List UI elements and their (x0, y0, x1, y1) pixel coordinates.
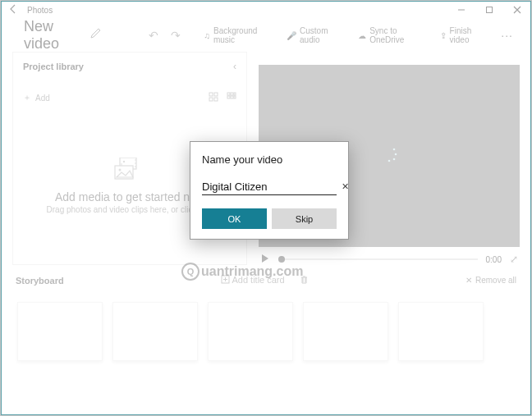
svg-rect-3 (214, 93, 218, 96)
storyboard-slot[interactable] (303, 302, 388, 361)
back-button[interactable] (6, 4, 21, 16)
storyboard-slot[interactable] (208, 302, 293, 361)
storyboard-slot[interactable] (398, 302, 484, 361)
ok-button[interactable]: OK (202, 208, 267, 229)
name-video-dialog: Name your video ✕ OK Skip (190, 141, 349, 240)
svg-point-19 (388, 160, 391, 162)
video-title: New video (24, 18, 81, 53)
svg-point-16 (393, 149, 396, 151)
clear-input-icon[interactable]: ✕ (340, 181, 351, 192)
svg-point-15 (119, 169, 122, 171)
loading-spinner-icon (379, 144, 399, 167)
svg-rect-11 (234, 96, 236, 98)
library-title: Project library (23, 62, 84, 71)
dialog-title: Name your video (202, 153, 337, 166)
list-view-icon[interactable] (227, 90, 236, 105)
remove-all-label: Remove all (475, 276, 516, 285)
custom-audio-label: Custom audio (300, 26, 340, 44)
svg-rect-9 (227, 96, 230, 98)
storyboard-slot[interactable] (112, 302, 198, 361)
svg-point-13 (123, 161, 125, 162)
edit-title-icon[interactable] (89, 27, 103, 43)
audio-icon: 🎤 (287, 31, 296, 40)
redo-button[interactable]: ↷ (169, 29, 183, 42)
background-music-button[interactable]: ♫ Background music (199, 24, 273, 47)
svg-rect-10 (231, 96, 233, 98)
close-icon: ✕ (466, 276, 472, 285)
export-icon: ⇪ (440, 31, 447, 40)
time-label: 0:00 (486, 255, 502, 264)
video-name-input[interactable] (202, 181, 340, 193)
grid-view-icon[interactable] (209, 90, 218, 105)
fullscreen-icon[interactable]: ⤢ (510, 254, 518, 265)
undo-button[interactable]: ↶ (147, 29, 161, 42)
music-icon: ♫ (204, 31, 210, 40)
svg-rect-7 (231, 93, 233, 95)
sync-label: Sync to OneDrive (369, 26, 421, 44)
app-title: Photos (27, 6, 53, 15)
svg-rect-4 (209, 98, 213, 101)
sync-onedrive-button[interactable]: ☁ Sync to OneDrive (353, 24, 426, 47)
trash-icon[interactable] (300, 275, 309, 286)
minimize-button[interactable] (447, 1, 475, 19)
maximize-button[interactable] (475, 1, 503, 19)
svg-rect-5 (214, 98, 218, 101)
svg-point-17 (395, 153, 397, 156)
cloud-icon: ☁ (358, 31, 366, 40)
bg-music-label: Background music (213, 26, 268, 44)
add-label: Add (35, 94, 50, 103)
svg-rect-8 (234, 93, 236, 95)
svg-rect-1 (487, 7, 493, 13)
skip-button[interactable]: Skip (272, 208, 337, 229)
timeline-slider[interactable] (278, 258, 478, 260)
svg-rect-6 (227, 93, 230, 95)
add-title-card-label: Add title card (232, 275, 284, 285)
finish-label: Finish video (450, 26, 485, 44)
svg-rect-2 (209, 93, 213, 96)
remove-all-button[interactable]: ✕ Remove all (466, 276, 516, 285)
more-button[interactable]: ··· (498, 29, 516, 42)
storyboard-slot[interactable] (17, 302, 103, 361)
add-title-card-button[interactable]: Add title card (221, 275, 285, 286)
storyboard-title: Storyboard (16, 276, 64, 286)
plus-icon: ＋ (23, 92, 31, 103)
add-media-button[interactable]: ＋ Add (23, 92, 50, 103)
finish-video-button[interactable]: ⇪ Finish video (435, 24, 490, 47)
close-button[interactable] (503, 1, 531, 19)
play-button[interactable] (260, 254, 270, 265)
custom-audio-button[interactable]: 🎤 Custom audio (282, 24, 345, 47)
collapse-library-icon[interactable]: ‹ (233, 61, 236, 72)
media-placeholder-icon (113, 158, 146, 185)
svg-point-18 (393, 158, 396, 161)
